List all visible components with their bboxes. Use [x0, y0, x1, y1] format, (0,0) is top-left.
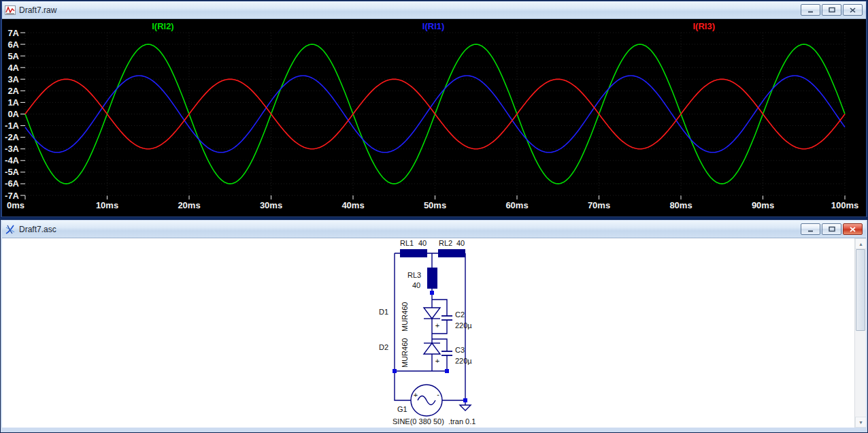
source-minus-sign: - — [437, 390, 439, 398]
x-axis-label: 40ms — [341, 200, 364, 210]
voltage-source-g1[interactable] — [411, 385, 442, 416]
y-axis-label: -5A — [5, 167, 20, 177]
y-axis-label: 2A — [7, 86, 19, 96]
x-axis-label: 60ms — [505, 200, 528, 210]
label-rl3-value: 40 — [412, 281, 420, 289]
window-title-asc: Draft7.asc — [19, 225, 801, 234]
maximize-button[interactable] — [822, 223, 841, 235]
y-axis-label: -1A — [5, 121, 20, 131]
label-g1-name: G1 — [397, 405, 407, 413]
close-icon — [850, 227, 856, 232]
y-axis-label: 4A — [7, 63, 19, 73]
window-schematic: Draft7.asc — [0, 219, 868, 433]
resistor-rl3-body[interactable] — [427, 268, 437, 289]
vertical-scrollbar[interactable]: ▲ ▼ — [854, 238, 866, 428]
y-axis-label: 1A — [7, 97, 19, 108]
y-axis-label: -4A — [5, 155, 20, 165]
c2-plus-sign: + — [435, 321, 439, 330]
maximize-icon — [829, 226, 835, 232]
label-rl2-name: RL2 — [439, 239, 452, 247]
label-rl1-name: RL1 — [400, 239, 414, 247]
y-axis-label: -7A — [5, 191, 20, 201]
y-axis-label: -2A — [5, 132, 20, 142]
c3-plus-sign: + — [435, 357, 439, 365]
label-c2-name: C2 — [455, 310, 465, 319]
spice-directive: .tran 0.1 — [448, 417, 475, 426]
minimize-icon — [807, 227, 814, 232]
trace-label[interactable]: I(Rl3) — [692, 21, 715, 31]
titlebar-asc[interactable]: Draft7.asc — [2, 221, 866, 238]
window-controls-raw — [801, 4, 863, 16]
schematic-canvas[interactable]: RL1 40 RL2 40 RL3 40 D1 MUR460 D2 MUR460… — [2, 238, 866, 428]
scroll-thumb[interactable] — [856, 249, 865, 331]
ltspice-icon — [5, 224, 16, 235]
minimize-button[interactable] — [801, 223, 820, 235]
label-c3-name: C3 — [455, 346, 465, 354]
label-d2-name: D2 — [379, 343, 388, 351]
source-plus-sign: + — [414, 391, 418, 399]
y-axis-label: 6A — [7, 39, 19, 50]
diode-d1[interactable] — [424, 308, 440, 319]
label-d2-value: MUR460 — [401, 338, 409, 368]
waveform-plot[interactable]: 0ms10ms20ms30ms40ms50ms60ms70ms80ms90ms1… — [2, 19, 866, 216]
capacitor-c3[interactable] — [441, 351, 452, 355]
x-axis-label: 10ms — [96, 200, 118, 210]
x-axis-label: 90ms — [752, 200, 774, 210]
resistor-rl2-body[interactable] — [438, 249, 465, 257]
window-waveform: Draft7.raw 0ms10ms20ms30ms40ms50ms60ms70… — [0, 0, 868, 218]
y-axis-label: -6A — [5, 178, 20, 189]
label-c2-value: 220µ — [455, 321, 472, 330]
maximize-icon — [829, 7, 835, 13]
x-axis-label: 100ms — [831, 200, 858, 210]
diode-d2[interactable] — [424, 343, 440, 354]
y-axis-label: -3A — [5, 144, 20, 154]
ground-symbol[interactable] — [460, 405, 471, 411]
y-axis-label: 0A — [7, 109, 19, 119]
trace-label[interactable]: I(Rl2) — [152, 21, 174, 31]
capacitor-c2[interactable] — [441, 316, 452, 320]
ltspice-workspace: Draft7.raw 0ms10ms20ms30ms40ms50ms60ms70… — [0, 0, 868, 433]
resistor-rl1-body[interactable] — [400, 249, 427, 257]
label-rl1-value: 40 — [418, 239, 427, 247]
label-c3-value: 220µ — [455, 357, 472, 365]
trace-label[interactable]: I(Rl1) — [422, 21, 445, 31]
label-rl3-name: RL3 — [407, 271, 421, 279]
y-axis-label: 5A — [7, 51, 19, 61]
x-axis-label: 80ms — [669, 200, 692, 210]
close-button[interactable] — [843, 4, 863, 16]
scroll-down-button[interactable]: ▼ — [855, 417, 866, 428]
x-axis-label: 20ms — [178, 200, 200, 210]
label-g1-value: SINE(0 380 50) — [393, 417, 444, 426]
x-axis-label: 0ms — [7, 200, 24, 210]
close-button[interactable] — [843, 223, 863, 235]
minimize-icon — [807, 7, 814, 13]
x-axis-label: 30ms — [260, 200, 282, 210]
maximize-button[interactable] — [822, 4, 841, 16]
titlebar-raw[interactable]: Draft7.raw — [2, 1, 866, 19]
x-axis-label: 70ms — [588, 200, 610, 210]
scroll-up-button[interactable]: ▲ — [855, 238, 866, 249]
x-axis-label: 50ms — [424, 200, 446, 210]
label-rl2-value: 40 — [456, 239, 465, 247]
close-icon — [850, 7, 856, 13]
y-axis-label: 7A — [7, 28, 19, 38]
window-title-raw: Draft7.raw — [19, 5, 801, 15]
label-d1-name: D1 — [379, 308, 388, 316]
y-axis-label: 3A — [7, 74, 19, 84]
schematic-drawing[interactable]: RL1 40 RL2 40 RL3 40 D1 MUR460 D2 MUR460… — [2, 238, 854, 428]
minimize-button[interactable] — [801, 4, 820, 16]
label-d1-value: MUR460 — [401, 302, 409, 332]
window-controls-asc — [801, 223, 863, 235]
waveform-plot-area[interactable]: 0ms10ms20ms30ms40ms50ms60ms70ms80ms90ms1… — [2, 19, 866, 216]
waveform-window-icon — [5, 5, 16, 16]
